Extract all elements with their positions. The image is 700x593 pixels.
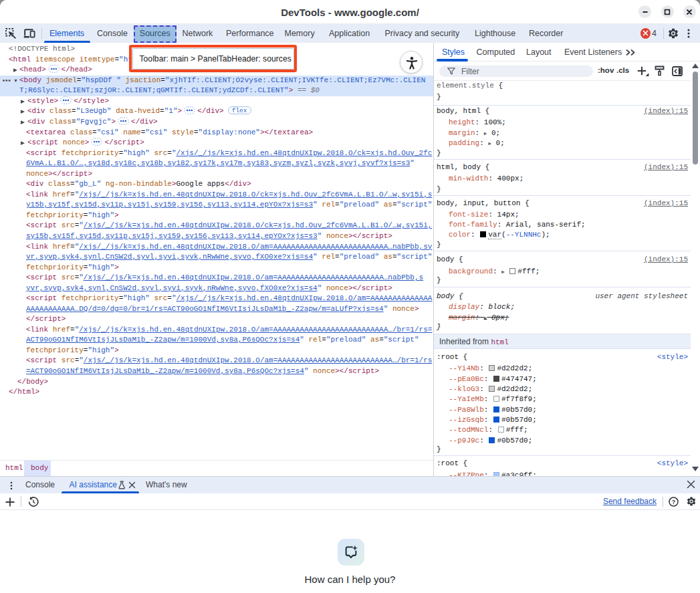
svg-text:?: ? — [672, 498, 675, 505]
